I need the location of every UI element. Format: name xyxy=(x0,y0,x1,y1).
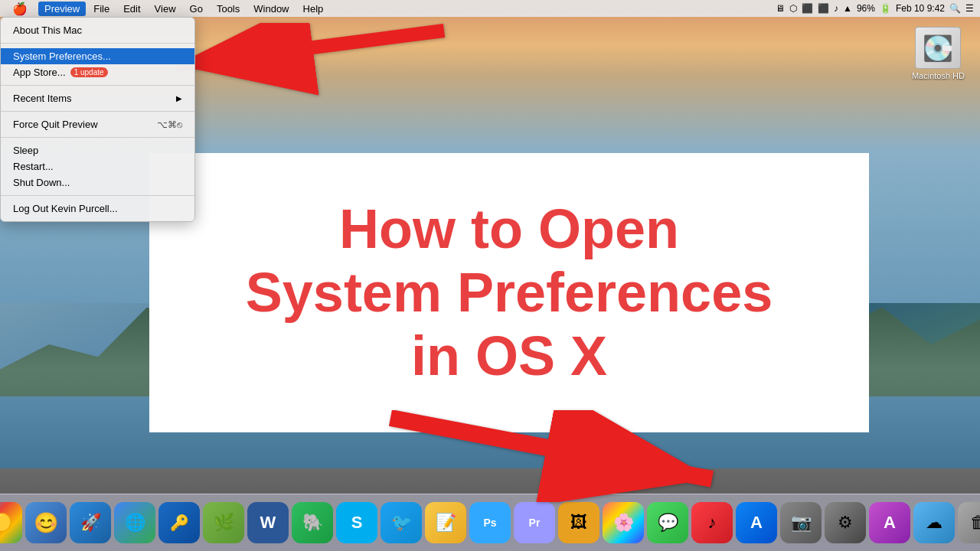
menubar: 🍎 Preview File Edit View Go Tools Window… xyxy=(0,0,980,17)
hid-icon[interactable]: ⬛ xyxy=(802,3,813,14)
app-store-label: App Store... xyxy=(13,67,66,78)
logout-item[interactable]: Log Out Kevin Purcell... xyxy=(1,201,194,217)
shutdown-item[interactable]: Shut Down... xyxy=(1,174,194,191)
tutorial-line3: in OS X xyxy=(246,324,773,388)
recent-items-label: Recent Items xyxy=(13,93,72,104)
view-menu[interactable]: View xyxy=(149,2,182,16)
help-menu[interactable]: Help xyxy=(297,2,330,16)
go-menu[interactable]: Go xyxy=(184,2,209,16)
dock-twitter[interactable]: 🐦 xyxy=(381,502,422,543)
dock-1password[interactable]: 🔑 xyxy=(158,502,200,543)
restart-item[interactable]: Restart... xyxy=(1,158,194,174)
file-menu[interactable]: File xyxy=(87,2,116,16)
menubar-left: 🍎 Preview File Edit View Go Tools Window… xyxy=(6,0,329,18)
logout-label: Log Out Kevin Purcell... xyxy=(13,203,118,214)
macintosh-hd-icon[interactable]: 💽 Macintosh HD xyxy=(912,27,965,80)
wifi-icon[interactable]: ▲ xyxy=(843,3,852,14)
dock-evernote[interactable]: 🐘 xyxy=(292,502,333,543)
monitor-icon[interactable]: 🖥 xyxy=(776,3,785,14)
dock-messages[interactable]: 💬 xyxy=(647,502,688,543)
hd-drive-image: 💽 xyxy=(915,27,961,69)
menu-divider-4 xyxy=(1,137,194,138)
shutdown-label: Shut Down... xyxy=(13,177,70,188)
dock-launchpad2[interactable]: A xyxy=(869,502,910,543)
dock-sysprefs[interactable]: ⚙ xyxy=(825,502,866,543)
system-preferences-item[interactable]: System Preferences... xyxy=(1,48,194,64)
menu-divider-1 xyxy=(1,43,194,44)
notification-icon[interactable]: ☰ xyxy=(965,3,974,14)
menubar-right: 🖥 ⬡ ⬛ ⬛ ♪ ▲ 96% 🔋 Feb 10 9:42 🔍 ☰ xyxy=(776,3,974,14)
force-quit-label: Force Quit Preview xyxy=(13,119,98,130)
dock-chrome-canary[interactable]: 🟡 xyxy=(0,502,22,543)
restart-label: Restart... xyxy=(13,161,54,172)
dock-launchpad[interactable]: 🚀 xyxy=(70,502,111,543)
about-mac-label: About This Mac xyxy=(13,24,82,36)
dock-master[interactable]: 🖼 xyxy=(558,502,599,543)
force-quit-item[interactable]: Force Quit Preview ⌥⌘⎋ xyxy=(1,116,194,132)
dock-chrome[interactable]: 🌐 xyxy=(114,502,155,543)
bluetooth-icon[interactable]: ⬡ xyxy=(789,3,797,14)
sleep-label: Sleep xyxy=(13,145,38,156)
apple-menu-trigger[interactable]: 🍎 xyxy=(6,0,34,18)
recent-items-item[interactable]: Recent Items ▶ xyxy=(1,90,194,106)
tutorial-text: How to Open System Preferences in OS X xyxy=(230,182,788,403)
dock-iphoto[interactable]: 📷 xyxy=(780,502,822,543)
menu-divider-5 xyxy=(1,195,194,196)
battery-percent: 96% xyxy=(857,3,875,14)
edit-menu[interactable]: Edit xyxy=(117,2,146,16)
dock-olivetree[interactable]: 🌿 xyxy=(203,502,244,543)
app-store-badge: 1 update xyxy=(70,67,108,77)
dock-premiere[interactable]: Pr xyxy=(514,502,555,543)
dock-icloud[interactable]: ☁ xyxy=(913,502,955,543)
window-menu[interactable]: Window xyxy=(247,2,295,16)
dock-photos[interactable]: 🌸 xyxy=(603,502,644,543)
svg-line-3 xyxy=(390,418,712,479)
force-quit-shortcut: ⌥⌘⎋ xyxy=(157,119,182,130)
desktop: 🍎 Preview File Edit View Go Tools Window… xyxy=(0,0,980,551)
app-name-menu[interactable]: Preview xyxy=(38,2,86,16)
dock-stickies[interactable]: 📝 xyxy=(425,502,466,543)
tutorial-line2: System Preferences xyxy=(246,261,773,324)
datetime: Feb 10 9:42 xyxy=(896,3,945,14)
audio-icon[interactable]: ♪ xyxy=(834,3,838,14)
hd-label: Macintosh HD xyxy=(912,71,965,80)
menu-divider-3 xyxy=(1,111,194,112)
app-store-item[interactable]: App Store... 1 update xyxy=(1,64,194,80)
about-this-mac-item[interactable]: About This Mac xyxy=(1,22,194,38)
menu-divider-2 xyxy=(1,85,194,86)
tutorial-overlay: How to Open System Preferences in OS X xyxy=(149,153,869,432)
arrow-bottom xyxy=(383,410,766,505)
tutorial-line1: How to Open xyxy=(246,197,773,261)
screenrecord-icon[interactable]: ⬛ xyxy=(818,3,829,14)
tools-menu[interactable]: Tools xyxy=(211,2,246,16)
dock-trash[interactable]: 🗑 xyxy=(958,502,980,543)
dock-itunes[interactable]: ♪ xyxy=(691,502,733,543)
recent-items-arrow: ▶ xyxy=(176,94,182,103)
battery-icon: 🔋 xyxy=(880,3,891,14)
system-preferences-label: System Preferences... xyxy=(13,51,111,62)
dock-photoshop[interactable]: Ps xyxy=(469,502,511,543)
apple-dropdown-menu: About This Mac System Preferences... App… xyxy=(0,17,195,222)
dock-skype[interactable]: S xyxy=(336,502,377,543)
svg-line-1 xyxy=(176,31,444,65)
search-icon[interactable]: 🔍 xyxy=(949,3,961,14)
dock-finder[interactable]: 😊 xyxy=(25,502,67,543)
dock-word[interactable]: W xyxy=(247,502,289,543)
dock-appstore[interactable]: A xyxy=(736,502,777,543)
sleep-item[interactable]: Sleep xyxy=(1,142,194,158)
